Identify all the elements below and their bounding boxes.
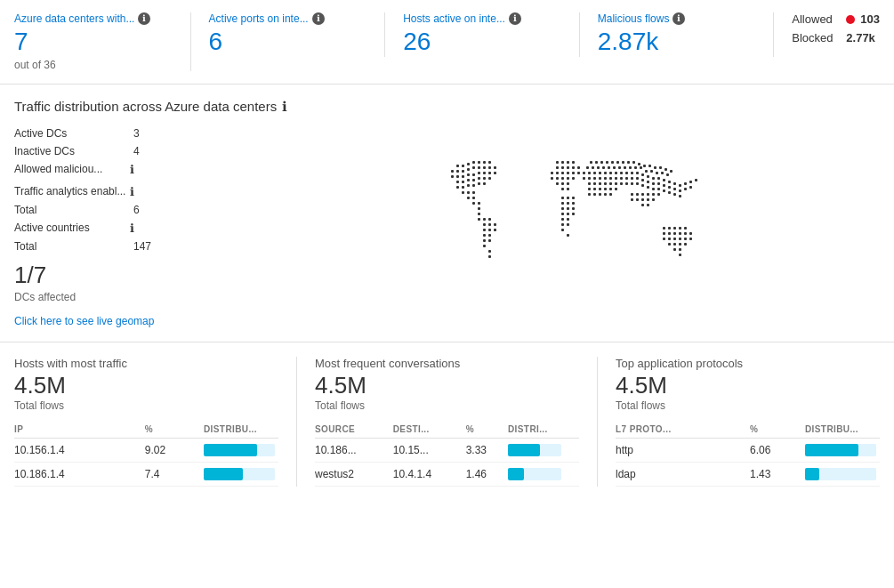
traffic-section-info-icon[interactable]: ℹ <box>282 99 287 115</box>
svg-rect-144 <box>615 172 617 174</box>
svg-rect-97 <box>561 213 564 215</box>
svg-rect-77 <box>577 172 580 174</box>
svg-rect-27 <box>467 179 470 181</box>
svg-rect-132 <box>640 166 642 169</box>
host-ip: 10.156.1.4 <box>14 438 145 462</box>
svg-rect-94 <box>561 207 564 210</box>
proto-name: http <box>616 438 750 462</box>
blocked-count: 2.77k <box>846 31 875 44</box>
malicious-flows-info-icon[interactable]: ℹ <box>673 12 685 25</box>
traffic-analytics-info-icon[interactable]: ℹ <box>130 185 134 198</box>
svg-rect-9 <box>462 170 464 173</box>
svg-rect-155 <box>673 182 676 185</box>
active-dcs-name: Active DCs <box>14 127 130 140</box>
svg-rect-149 <box>641 173 644 176</box>
protocols-total-label: Total flows <box>616 399 880 412</box>
svg-rect-84 <box>561 182 564 185</box>
active-ports-info-icon[interactable]: ℹ <box>312 12 325 25</box>
svg-rect-182 <box>593 182 596 185</box>
svg-rect-44 <box>478 202 480 205</box>
svg-rect-131 <box>634 166 637 169</box>
svg-rect-129 <box>624 166 626 169</box>
svg-rect-195 <box>663 189 665 192</box>
svg-rect-58 <box>483 239 486 242</box>
svg-rect-30 <box>483 177 486 180</box>
svg-rect-100 <box>561 218 564 221</box>
svg-rect-243 <box>684 243 687 246</box>
allowed-row: Allowed 103 <box>792 12 880 26</box>
allowed-malicious-info-icon[interactable]: ℹ <box>130 163 134 176</box>
svg-rect-214 <box>652 193 655 196</box>
svg-rect-87 <box>567 188 569 190</box>
hosts-active-metric: Hosts active on inte... ℹ 26 <box>403 12 580 57</box>
svg-rect-225 <box>673 227 676 230</box>
azure-dc-info-icon[interactable]: ℹ <box>138 12 150 25</box>
active-countries-info-icon[interactable]: ℹ <box>130 222 134 235</box>
hosts-active-info-icon[interactable]: ℹ <box>509 12 521 25</box>
svg-rect-31 <box>488 177 491 180</box>
svg-rect-174 <box>657 182 660 185</box>
svg-rect-106 <box>590 161 592 164</box>
svg-rect-68 <box>561 166 564 169</box>
svg-rect-99 <box>572 213 575 215</box>
svg-rect-15 <box>494 166 496 169</box>
conv-col-distrib: DISTRI... <box>508 421 579 439</box>
protocols-panel-title: Top application protocols <box>616 357 880 370</box>
active-countries-row: Active countries ℹ <box>14 222 263 235</box>
svg-rect-244 <box>673 248 676 251</box>
svg-rect-226 <box>679 227 681 230</box>
svg-rect-241 <box>673 243 676 246</box>
svg-rect-207 <box>599 193 601 196</box>
svg-rect-29 <box>478 177 480 180</box>
svg-rect-190 <box>636 182 639 185</box>
svg-rect-134 <box>650 170 653 173</box>
svg-rect-89 <box>567 197 569 199</box>
conv-col-source: SOURCE <box>315 421 393 439</box>
svg-rect-191 <box>641 184 644 187</box>
svg-rect-91 <box>561 202 564 205</box>
world-map: .dot { fill: #333; } <box>281 127 880 327</box>
svg-rect-111 <box>616 161 619 164</box>
blocked-row: Blocked 2.77k <box>792 31 880 44</box>
malicious-flows-metric: Malicious flows ℹ 2.87k <box>598 12 775 57</box>
svg-rect-96 <box>572 207 575 210</box>
countries-total-row: Total 147 <box>14 240 263 253</box>
fraction-label: DCs affected <box>14 291 263 303</box>
svg-rect-133 <box>645 170 648 173</box>
hosts-traffic-panel: Hosts with most traffic 4.5M Total flows… <box>14 357 297 487</box>
svg-rect-70 <box>572 166 575 169</box>
countries-total-name: Total <box>14 240 130 253</box>
svg-rect-183 <box>599 182 601 185</box>
allowed-malicious-row: Allowed maliciou... ℹ <box>14 163 263 176</box>
svg-rect-135 <box>656 172 658 174</box>
svg-rect-223 <box>663 227 665 230</box>
svg-rect-204 <box>615 188 617 190</box>
svg-rect-110 <box>611 161 614 164</box>
svg-rect-221 <box>641 204 644 206</box>
host-bar <box>204 462 278 486</box>
svg-rect-236 <box>673 238 676 240</box>
svg-rect-206 <box>593 193 596 196</box>
svg-rect-34 <box>467 184 470 187</box>
svg-rect-46 <box>478 213 480 215</box>
svg-rect-179 <box>684 188 687 190</box>
svg-rect-147 <box>631 172 633 174</box>
svg-rect-52 <box>494 223 496 226</box>
svg-rect-10 <box>467 168 470 171</box>
svg-rect-213 <box>647 193 649 196</box>
hosts-table-header: IP % DISTRIBU... <box>14 421 278 439</box>
svg-rect-5 <box>483 161 486 164</box>
traffic-distribution-section: Traffic distribution across Azure data c… <box>0 85 894 342</box>
svg-rect-116 <box>643 165 646 167</box>
svg-rect-150 <box>647 175 649 178</box>
svg-rect-230 <box>673 232 676 235</box>
svg-rect-95 <box>567 207 569 210</box>
svg-rect-123 <box>592 166 594 169</box>
geomap-link[interactable]: Click here to see live geomap <box>14 315 154 327</box>
svg-rect-76 <box>572 172 575 174</box>
svg-rect-113 <box>627 161 630 164</box>
host-ip: 10.186.1.4 <box>14 462 145 486</box>
svg-rect-163 <box>599 177 601 180</box>
allowed-count: 103 <box>860 12 880 26</box>
proto-name: ldap <box>616 462 750 486</box>
